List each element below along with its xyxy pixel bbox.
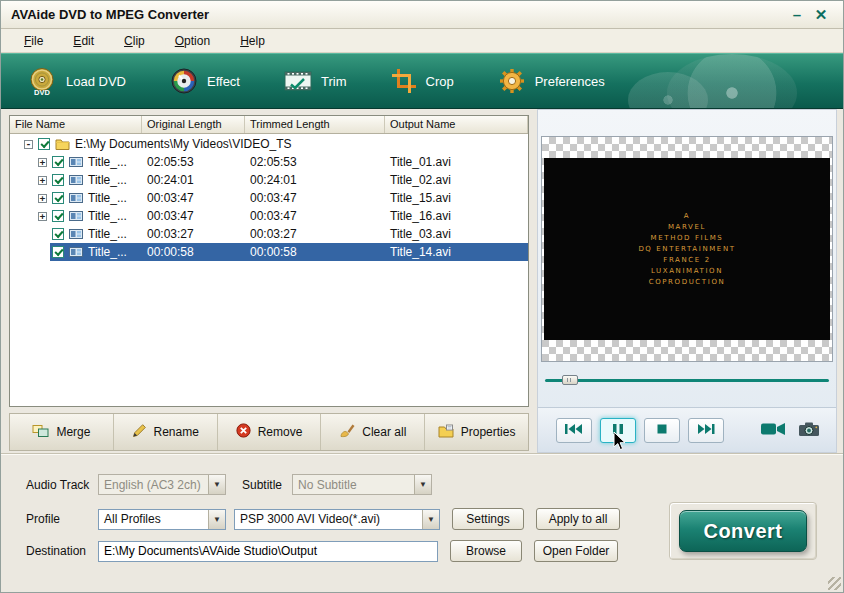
minimize-button[interactable]: – — [785, 6, 809, 23]
next-button[interactable] — [688, 418, 724, 443]
svg-text:DVD: DVD — [34, 88, 50, 96]
pause-button[interactable] — [600, 418, 636, 443]
column-header-0[interactable]: File Name — [10, 116, 142, 133]
expander-icon[interactable]: + — [38, 176, 47, 185]
expander-icon[interactable]: + — [38, 194, 47, 203]
chevron-down-icon[interactable]: ▼ — [414, 475, 431, 494]
chevron-down-icon[interactable]: ▼ — [208, 475, 225, 494]
gear-icon — [498, 67, 526, 95]
output-name-cell: Title_14.avi — [385, 245, 528, 259]
column-header-1[interactable]: Original Length — [142, 116, 245, 133]
toolbar-load-dvd-label: Load DVD — [66, 74, 126, 89]
video-clip-icon — [760, 421, 786, 440]
chevron-down-icon[interactable]: ▼ — [422, 510, 439, 529]
file-row[interactable]: +Title_...02:05:5302:05:53Title_01.avi — [10, 153, 528, 171]
subtitle-select[interactable]: No Subtitle ▼ — [292, 474, 432, 495]
properties-button[interactable]: Properties — [425, 414, 528, 450]
toolbar-effect-button[interactable]: Effect — [170, 67, 240, 95]
output-name-cell: Title_15.avi — [385, 191, 528, 205]
root-row[interactable]: - E:\My Documents\My Videos\VIDEO_TS — [10, 135, 528, 153]
audio-track-select[interactable]: English (AC3 2ch) ▼ — [98, 474, 226, 495]
credit-line: COPRODUCTION — [649, 278, 726, 287]
file-checkbox[interactable] — [52, 192, 64, 204]
file-name-cell: +Title_... — [10, 209, 142, 223]
toolbar-load-dvd-button[interactable]: DVDLoad DVD — [27, 67, 126, 95]
open-folder-button[interactable]: Open Folder — [534, 540, 618, 562]
file-checkbox[interactable] — [52, 210, 64, 222]
menu-item-clip[interactable]: Clip — [109, 31, 160, 51]
apply-to-all-button[interactable]: Apply to all — [536, 508, 620, 530]
credit-line: FRANCE 2 — [663, 256, 710, 265]
clear-all-button[interactable]: Clear all — [321, 414, 425, 450]
video-file-icon — [69, 156, 83, 168]
file-checkbox[interactable] — [52, 174, 64, 186]
root-path: E:\My Documents\My Videos\VIDEO_TS — [75, 137, 292, 151]
properties-label: Properties — [461, 425, 516, 439]
file-list-header: File NameOriginal LengthTrimmed LengthOu… — [10, 116, 528, 134]
rename-label: Rename — [154, 425, 199, 439]
root-expander-icon[interactable]: - — [24, 140, 33, 149]
toolbar-crop-button[interactable]: Crop — [391, 68, 454, 94]
trimmed-length-cell: 00:03:47 — [245, 209, 385, 223]
profile-label: Profile — [26, 512, 98, 526]
window-title: AVAide DVD to MPEG Converter — [11, 7, 785, 22]
trimmed-length-cell: 00:03:27 — [245, 227, 385, 241]
original-length-cell: 00:03:27 — [142, 227, 245, 241]
video-file-icon — [69, 228, 83, 240]
toolbar-preferences-button[interactable]: Preferences — [498, 67, 605, 95]
column-header-3[interactable]: Output Name — [385, 116, 528, 133]
output-format-select[interactable]: PSP 3000 AVI Video(*.avi) ▼ — [234, 509, 440, 530]
seek-handle[interactable] — [562, 375, 578, 385]
browse-button[interactable]: Browse — [450, 540, 522, 562]
file-row[interactable]: Title_...00:03:2700:03:27Title_03.avi — [10, 225, 528, 243]
expander-icon[interactable]: + — [38, 212, 47, 221]
column-header-2[interactable]: Trimmed Length — [245, 116, 385, 133]
toolbar-crop-label: Crop — [426, 74, 454, 89]
toolbar-trim-button[interactable]: Trim — [284, 69, 347, 93]
expander-icon[interactable]: + — [38, 158, 47, 167]
preview-panel: AMARVELMETHOD FILMSDQ ENTERTAINMENTFRANC… — [537, 109, 837, 453]
file-row[interactable]: +Title_...00:03:4700:03:47Title_15.avi — [10, 189, 528, 207]
remove-button[interactable]: Remove — [218, 414, 322, 450]
convert-button[interactable]: Convert — [679, 510, 807, 552]
seek-track[interactable] — [545, 379, 829, 382]
trimmed-length-cell: 00:03:47 — [245, 191, 385, 205]
menu-item-help[interactable]: Help — [225, 31, 280, 51]
menu-item-file[interactable]: File — [9, 31, 58, 51]
title-bar: AVAide DVD to MPEG Converter – ✕ — [1, 1, 843, 29]
previous-icon — [564, 423, 584, 438]
snapshot-button[interactable] — [798, 421, 820, 440]
root-checkbox[interactable] — [38, 138, 50, 150]
merge-button[interactable]: Merge — [10, 414, 114, 450]
merge-icon — [32, 424, 49, 441]
menu-item-edit[interactable]: Edit — [58, 31, 109, 51]
destination-input[interactable] — [98, 541, 438, 562]
file-name-cell: Title_... — [10, 227, 142, 241]
menu-item-option[interactable]: Option — [160, 31, 225, 51]
video-clip-button[interactable] — [760, 421, 786, 440]
file-rows-container: +Title_...02:05:5302:05:53Title_01.avi+T… — [10, 153, 528, 261]
previous-button[interactable] — [556, 418, 592, 443]
output-name-cell: Title_02.avi — [385, 173, 528, 187]
rename-button[interactable]: Rename — [114, 414, 218, 450]
pause-icon — [611, 423, 625, 438]
credit-line: LUXANIMATION — [651, 267, 723, 276]
resize-grip[interactable] — [828, 577, 841, 590]
profile-category-select[interactable]: All Profiles ▼ — [98, 509, 226, 530]
trimmed-length-cell: 02:05:53 — [245, 155, 385, 169]
close-button[interactable]: ✕ — [809, 6, 833, 24]
file-checkbox[interactable] — [52, 156, 64, 168]
convert-frame: Convert — [669, 502, 817, 560]
file-row[interactable]: +Title_...00:03:4700:03:47Title_16.avi — [10, 207, 528, 225]
menu-bar: FileEditClipOptionHelp — [1, 29, 843, 53]
file-checkbox[interactable] — [52, 246, 64, 258]
chevron-down-icon[interactable]: ▼ — [208, 510, 225, 529]
stop-button[interactable] — [644, 418, 680, 443]
file-list-rows: - E:\My Documents\My Videos\VIDEO_TS +Ti… — [10, 135, 528, 406]
file-row[interactable]: +Title_...00:24:0100:24:01Title_02.avi — [10, 171, 528, 189]
audio-subtitle-row: Audio Track English (AC3 2ch) ▼ Subtitle… — [26, 474, 432, 495]
playback-controls — [538, 407, 836, 452]
file-checkbox[interactable] — [52, 228, 64, 240]
settings-button[interactable]: Settings — [452, 508, 524, 530]
file-row[interactable]: Title_...00:00:5800:00:58Title_14.avi — [10, 243, 528, 261]
